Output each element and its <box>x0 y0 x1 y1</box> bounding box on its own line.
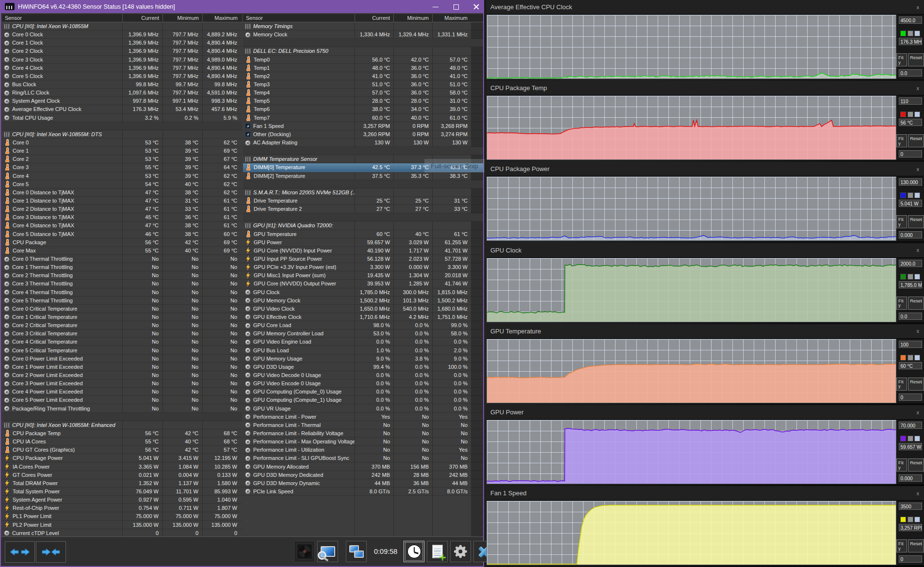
sensor-row[interactable]: Performance Limit - UtilizationNoNoYes <box>243 446 483 454</box>
sensor-row[interactable]: Core 253 °C39 °C67 °C <box>2 155 242 163</box>
sensor-row[interactable]: CPU Package Temp56 °C42 °C68 °C <box>2 429 242 438</box>
sensor-row[interactable]: Core 4 Critical TemperatureNoNoNo <box>2 338 242 346</box>
graph-title-bar[interactable]: GPU Temperaturex <box>486 324 924 339</box>
sensor-row[interactable]: GPU Video Engine Load0.0 %0.0 %0.0 % <box>243 338 483 346</box>
grid-color-swatch[interactable] <box>914 192 920 198</box>
series-color-swatch[interactable] <box>900 192 906 198</box>
sensor-row[interactable]: GPU Core (NVVDD) Input Power40.190 W1.71… <box>243 247 483 255</box>
sensor-row[interactable]: Core 2 Power Limit ExceededNoNoNo <box>2 371 242 379</box>
sensor-row[interactable]: GPU Core (NVVDD) Output Power39.953 W1.2… <box>243 280 483 288</box>
sensor-row[interactable]: Core 3 Critical TemperatureNoNoNo <box>2 330 242 338</box>
sensor-row[interactable]: GPU Power59.657 W3.029 W61.255 W <box>243 238 483 247</box>
sensor-row[interactable]: PCIe Link Speed8.0 GT/s2.5 GT/s8.0 GT/s <box>243 488 483 496</box>
sensor-row[interactable]: Core 453 °C39 °C62 °C <box>2 172 242 180</box>
sensor-row[interactable]: Drive Temperature 227 °C27 °C33 °C <box>243 205 483 213</box>
sensor-row[interactable]: Core 1 Distance to TjMAX47 °C31 °C61 °C <box>2 197 242 205</box>
y-max-input[interactable]: 130.000 <box>899 178 922 186</box>
series-color-swatch[interactable] <box>900 31 906 36</box>
sensor-row[interactable]: Core 5 Critical TemperatureNoNoNo <box>2 346 242 354</box>
graph-title-bar[interactable]: GPU Powerx <box>486 405 924 420</box>
sensor-row[interactable]: Core 1 Power Limit ExceededNoNoNo <box>2 363 242 371</box>
sensor-row[interactable]: Total DRAM Power1.352 W1.137 W1.580 W <box>2 479 242 488</box>
sensor-row[interactable]: Other (Docking)3,260 RPM0 RPM3,274 RPM <box>243 130 483 139</box>
graph-close-icon[interactable]: x <box>916 490 921 496</box>
y-min-input[interactable]: 0 <box>899 555 922 563</box>
reset-button[interactable]: Reset <box>908 458 924 472</box>
sensor-row[interactable]: Core 1 Thermal ThrottlingNoNoNo <box>2 263 242 271</box>
reset-button[interactable]: Reset <box>908 539 924 552</box>
series-color-swatch[interactable] <box>900 517 906 522</box>
sensor-row[interactable]: GPU Memory Controller Load53.0 %0.0 %58.… <box>243 330 483 338</box>
y-min-input[interactable]: 0 <box>899 150 922 158</box>
sensor-row[interactable]: GPU Video Encode 0 Usage0.0 %0.0 %0.0 % <box>243 379 483 388</box>
y-max-input[interactable]: 110 <box>899 97 922 105</box>
sensor-row[interactable]: Drive Temperature25 °C25 °C31 °C <box>243 197 483 205</box>
graph-close-icon[interactable]: x <box>916 4 921 10</box>
sensor-row[interactable]: GPU Computing (Compute_0) Usage0.0 %0.0 … <box>243 388 483 396</box>
sensor-row[interactable]: CPU GT Cores (Graphics)56 °C42 °C57 °C <box>2 446 242 454</box>
fan-control-button[interactable] <box>294 541 315 562</box>
reset-button[interactable]: Reset <box>908 297 924 310</box>
sensor-row[interactable]: GPU Temperature60 °C40 °C61 °C <box>243 230 483 238</box>
y-max-input[interactable]: 4500.0 <box>899 16 922 24</box>
graph-title-bar[interactable]: Fan 1 Speedx <box>486 486 924 501</box>
grid-color-swatch[interactable] <box>914 111 920 117</box>
system-summary-button[interactable] <box>317 541 338 562</box>
sensor-row[interactable]: PL2 Power Limit135.000 W135.000 W135.000… <box>2 520 242 529</box>
sensor-row[interactable]: Core 5 Clock1,396.9 MHz797.7 MHz4,890.4 … <box>2 72 242 80</box>
section-row[interactable]: Memory Timings <box>243 22 483 31</box>
reset-button[interactable]: Reset <box>908 215 924 228</box>
series-color-swatch[interactable] <box>900 355 906 361</box>
sensor-row[interactable]: Ring/LLC Clock1,097.6 MHz797.7 MHz4,591.… <box>2 89 242 97</box>
sensor-row[interactable]: GPU Misc1 Input Power (sum)19.435 W1.304… <box>243 271 483 280</box>
logging-start-button[interactable] <box>404 541 424 562</box>
settings-button[interactable] <box>450 541 471 562</box>
sensor-row[interactable]: GPU Video Decode 0 Usage0.0 %0.0 %0.0 % <box>243 371 483 379</box>
series-color-swatch[interactable] <box>900 436 906 441</box>
grid-color-swatch[interactable] <box>914 355 920 361</box>
reset-button[interactable]: Reset <box>908 53 924 66</box>
sensor-row[interactable]: Temp351.0 °C36.0 °C51.0 °C <box>243 80 483 89</box>
series-color-swatch[interactable] <box>900 111 906 117</box>
graph-close-icon[interactable]: x <box>916 166 921 172</box>
sensor-row[interactable]: Core 1 Critical TemperatureNoNoNo <box>2 313 242 321</box>
sensor-row[interactable]: Temp056.0 °C42.0 °C57.0 °C <box>243 56 483 64</box>
sensor-row[interactable]: GPU Clock1,785.0 MHz300.0 MHz1,815.0 MHz <box>243 288 483 297</box>
sensor-row[interactable]: Core 3 Distance to TjMAX45 °C36 °C61 °C <box>2 213 242 221</box>
fit-y-button[interactable]: Fit y <box>896 539 907 552</box>
y-min-input[interactable]: 0 <box>899 394 922 401</box>
sensor-row[interactable]: Current cTDP Level000 <box>2 529 242 537</box>
sensor-row[interactable]: Performance Limit - PowerYesNoYes <box>243 413 483 421</box>
grid-color-swatch[interactable] <box>914 274 920 280</box>
sensor-row[interactable]: CPU IA Cores55 °C40 °C68 °C <box>2 438 242 446</box>
minimize-icon[interactable] <box>432 3 439 11</box>
sensor-row[interactable]: Core 5 Thermal ThrottlingNoNoNo <box>2 297 242 305</box>
fit-y-button[interactable]: Fit y <box>896 53 907 66</box>
sensor-row[interactable]: IA Cores Power3.365 W1.084 W10.285 W <box>2 462 242 471</box>
sensor-row[interactable]: GPU Bus Load1.0 %0.0 %2.0 % <box>243 346 483 354</box>
sensor-row[interactable]: Core 0 Critical TemperatureNoNoNo <box>2 305 242 313</box>
sensor-row[interactable]: Package/Ring Thermal ThrottlingNoNoNo <box>2 404 242 412</box>
section-row[interactable]: GPU [#1]: NVIDIA Quadro T2000: <box>243 221 483 230</box>
sensor-row[interactable]: GPU Memory Usage9.0 %3.8 %9.0 % <box>243 355 483 363</box>
section-row[interactable]: CPU [#0]: Intel Xeon W-10855M: Enhanced <box>2 421 242 429</box>
sensor-row[interactable]: Core 2 Thermal ThrottlingNoNoNo <box>2 271 242 280</box>
sensor-row[interactable]: GPU Video Clock1,650.0 MHz540.0 MHz1,680… <box>243 305 483 313</box>
y-max-input[interactable]: 100 <box>899 341 922 348</box>
sensor-row[interactable]: Core 1 Clock1,396.9 MHz797.7 MHz4,890.4 … <box>2 39 242 47</box>
graph-close-icon[interactable]: x <box>916 328 921 334</box>
reset-button[interactable]: Reset <box>908 378 924 391</box>
sensor-row[interactable]: Core 0 Power Limit ExceededNoNoNo <box>2 355 242 363</box>
sensor-row[interactable]: Core 0 Distance to TjMAX47 °C38 °C62 °C <box>2 189 242 197</box>
reset-button[interactable]: Reset <box>908 134 924 147</box>
sensor-row[interactable]: System Agent Power0.927 W0.595 W1.040 W <box>2 496 242 504</box>
sensor-row[interactable]: GPU D3D Memory Dynamic44 MB36 MB44 MB <box>243 479 483 488</box>
fit-y-button[interactable]: Fit y <box>896 134 907 147</box>
graph-title-bar[interactable]: CPU Package Powerx <box>486 162 924 176</box>
sensor-row[interactable]: Performance Limit - ThermalNoNoNo <box>243 421 483 429</box>
sensor-row[interactable]: Fan 1 Speed3,257 RPM0 RPM3,268 RPM <box>243 122 483 130</box>
column-header-maximum[interactable]: Maximum <box>202 14 241 22</box>
series-color-swatch[interactable] <box>900 274 906 280</box>
sensor-row[interactable]: Performance Limit - SLI GPUBoost SyncNoN… <box>243 454 483 462</box>
section-row[interactable]: CPU [#0]: Intel Xeon W-10855M: DTS <box>2 130 242 139</box>
